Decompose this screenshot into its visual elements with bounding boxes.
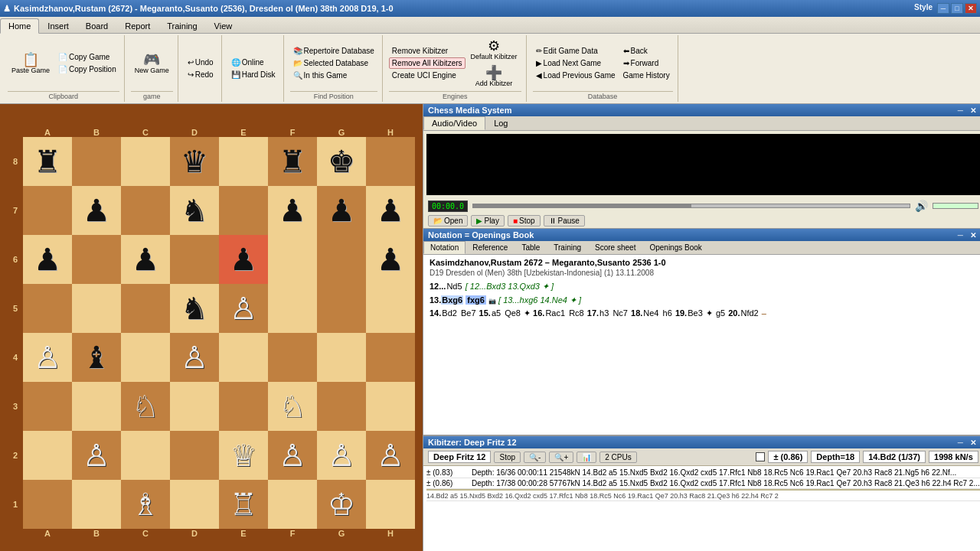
- square-e6[interactable]: ♟: [219, 235, 268, 284]
- square-b1[interactable]: [72, 480, 121, 529]
- square-g6[interactable]: [317, 235, 366, 284]
- square-d3[interactable]: [170, 382, 219, 431]
- square-d1[interactable]: [170, 480, 219, 529]
- add-kibitzer-button[interactable]: ➕ Add Kibitzer: [467, 64, 521, 90]
- harddisk-button[interactable]: 💾 Hard Disk: [228, 69, 279, 80]
- repertoire-db-button[interactable]: 📚 Repertoire Database: [290, 45, 377, 57]
- remove-all-kibitzers-button[interactable]: Remove All Kibitzers: [389, 57, 466, 69]
- kibitzer-stop-button[interactable]: Stop: [494, 452, 521, 463]
- square-d6[interactable]: [170, 235, 219, 284]
- stop-button[interactable]: ■ Stop: [508, 215, 541, 227]
- notation-tab-reference[interactable]: Reference: [466, 241, 514, 254]
- kibitzer-options-btn[interactable]: 📊: [577, 452, 596, 463]
- minimize-button[interactable]: ─: [937, 3, 949, 14]
- move-18-white[interactable]: Ne4: [642, 308, 659, 318]
- square-f3[interactable]: ♘: [268, 382, 317, 431]
- square-e2[interactable]: ♕: [219, 431, 268, 480]
- online-button[interactable]: 🌐 Online: [228, 57, 279, 68]
- in-this-game-button[interactable]: 🔍 In this Game: [290, 70, 377, 81]
- tab-training[interactable]: Training: [158, 18, 205, 33]
- move-20-white[interactable]: Nfd2: [740, 308, 759, 318]
- square-h4[interactable]: [366, 333, 415, 382]
- tab-insert[interactable]: Insert: [39, 18, 77, 33]
- square-a4[interactable]: ♙: [23, 333, 72, 382]
- kibitzer-close-btn[interactable]: ✕: [968, 439, 978, 447]
- square-b6[interactable]: [72, 235, 121, 284]
- notation-tab-training[interactable]: Training: [547, 241, 588, 254]
- tab-report[interactable]: Report: [116, 18, 158, 33]
- square-h8[interactable]: [366, 137, 415, 186]
- square-a2[interactable]: [23, 431, 72, 480]
- notation-tab-scoresheet[interactable]: Score sheet: [588, 241, 642, 254]
- move-15-black[interactable]: Qe8: [504, 308, 521, 318]
- square-h3[interactable]: [366, 382, 415, 431]
- square-c6[interactable]: ♟: [121, 235, 170, 284]
- cms-minimize-btn[interactable]: ─: [956, 106, 965, 115]
- square-d8[interactable]: ♛: [170, 137, 219, 186]
- square-h5[interactable]: [366, 284, 415, 333]
- paste-game-button[interactable]: 📋 Paste Game: [8, 51, 54, 77]
- square-g5[interactable]: [317, 284, 366, 333]
- edit-game-data-button[interactable]: ✏ Edit Game Data: [533, 45, 619, 57]
- square-d5[interactable]: ♞: [170, 284, 219, 333]
- move-16-black[interactable]: Rc8: [568, 308, 585, 318]
- play-button[interactable]: ▶ Play: [471, 215, 504, 227]
- move-17-black[interactable]: Nc7: [612, 308, 629, 318]
- square-c2[interactable]: [121, 431, 170, 480]
- square-c3[interactable]: ♘: [121, 382, 170, 431]
- move-19-white[interactable]: Be3: [687, 308, 704, 318]
- square-c5[interactable]: [121, 284, 170, 333]
- tab-board[interactable]: Board: [77, 18, 116, 33]
- redo-button[interactable]: ↪ Redo: [185, 69, 217, 80]
- square-a1[interactable]: [23, 480, 72, 529]
- remove-kibitzer-button[interactable]: Remove Kibitzer: [389, 45, 466, 57]
- square-f6[interactable]: [268, 235, 317, 284]
- square-c1[interactable]: ♗: [121, 480, 170, 529]
- copy-game-button[interactable]: 📄 Copy Game: [55, 51, 119, 63]
- move-13-white[interactable]: Bxg6: [441, 295, 463, 305]
- cms-tab-audiovideo[interactable]: Audio/Video: [423, 116, 485, 130]
- volume-slider[interactable]: [933, 203, 978, 209]
- square-e3[interactable]: [219, 382, 268, 431]
- move-19-black[interactable]: g5: [715, 308, 726, 318]
- square-a7[interactable]: [23, 186, 72, 235]
- maximize-button[interactable]: □: [951, 3, 963, 14]
- game-history-button[interactable]: Game History: [620, 70, 673, 81]
- square-c8[interactable]: [121, 137, 170, 186]
- square-b5[interactable]: [72, 284, 121, 333]
- square-f8[interactable]: ♜: [268, 137, 317, 186]
- forward-button[interactable]: ➡ Forward: [620, 57, 673, 69]
- notation-close-btn[interactable]: ✕: [968, 231, 978, 240]
- move-13-black[interactable]: fxg6: [466, 295, 486, 305]
- square-h7[interactable]: ♟: [366, 186, 415, 235]
- create-uci-button[interactable]: Create UCI Engine: [389, 70, 466, 81]
- tab-view[interactable]: View: [206, 18, 241, 33]
- square-f5[interactable]: [268, 284, 317, 333]
- square-c7[interactable]: [121, 186, 170, 235]
- media-progress-slider[interactable]: [472, 204, 910, 208]
- move-14-black[interactable]: Be7: [460, 308, 477, 318]
- close-button[interactable]: ✕: [965, 3, 977, 14]
- copy-position-button[interactable]: 📄 Copy Position: [55, 64, 119, 75]
- square-f4[interactable]: [268, 333, 317, 382]
- square-g7[interactable]: ♟: [317, 186, 366, 235]
- move-18-black[interactable]: h6: [662, 308, 673, 318]
- move-14-white[interactable]: Bd2: [441, 308, 458, 318]
- square-g1[interactable]: ♔: [317, 480, 366, 529]
- selected-db-button[interactable]: 📂 Selected Database: [290, 57, 377, 69]
- square-g2[interactable]: ♙: [317, 431, 366, 480]
- square-a5[interactable]: [23, 284, 72, 333]
- square-g8[interactable]: ♚: [317, 137, 366, 186]
- square-c4[interactable]: [121, 333, 170, 382]
- notation-minimize-btn[interactable]: ─: [956, 231, 965, 240]
- undo-button[interactable]: ↩ Undo: [185, 57, 217, 68]
- move-15-white[interactable]: a5: [491, 308, 501, 318]
- square-e5[interactable]: ♙: [219, 284, 268, 333]
- cms-close-btn[interactable]: ✕: [968, 106, 978, 115]
- kibitzer-cpus-btn[interactable]: 2 CPUs: [599, 452, 636, 463]
- square-b2[interactable]: ♙: [72, 431, 121, 480]
- kibitzer-minimize-btn[interactable]: ─: [956, 439, 965, 447]
- square-h6[interactable]: ♟: [366, 235, 415, 284]
- square-g3[interactable]: [317, 382, 366, 431]
- notation-tab-table[interactable]: Table: [514, 241, 547, 254]
